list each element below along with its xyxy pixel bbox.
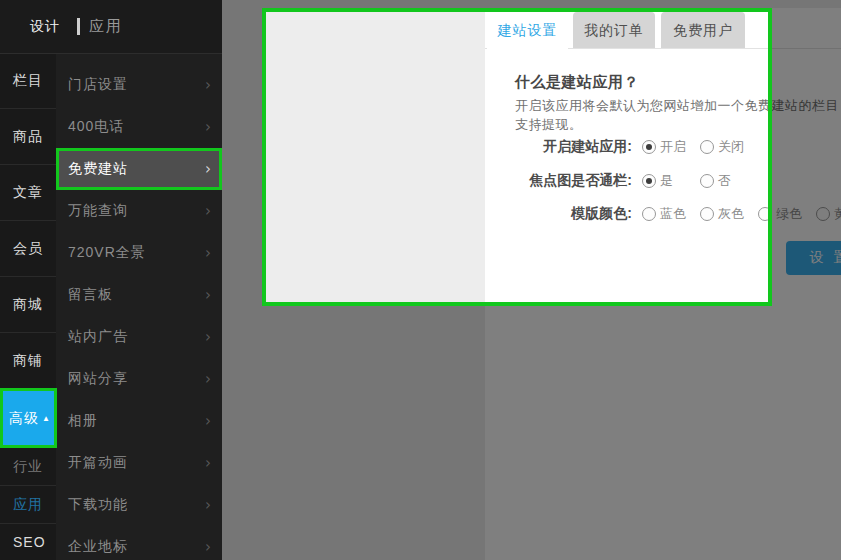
radio-option-否[interactable]: 否 <box>700 172 758 190</box>
sidebar-item-label: 会员 <box>13 240 43 258</box>
radio-option-label: 关闭 <box>718 138 744 156</box>
submenu-item-6[interactable]: 留言板› <box>56 274 222 316</box>
dim-overlay-left <box>222 8 263 306</box>
radio-selected-icon[interactable] <box>642 140 656 154</box>
chevron-right-icon: › <box>205 412 212 430</box>
sidebar-item-label: 行业 <box>13 458 43 476</box>
radio-option-关闭[interactable]: 关闭 <box>700 138 758 156</box>
sidebar-item-7[interactable]: 高级▲ <box>0 389 56 448</box>
sidebar-item-label: 商品 <box>13 128 43 146</box>
sidebar-item-label: SEO <box>13 534 46 550</box>
submenu-item-8[interactable]: 网站分享› <box>56 358 222 400</box>
sidebar-item-2[interactable]: 商品 <box>0 109 56 165</box>
radio-option-label: 是 <box>660 172 673 190</box>
section-bar-decoration <box>77 18 80 35</box>
tab-3[interactable]: 免费用户 <box>661 12 745 48</box>
radio-icon[interactable] <box>642 207 656 221</box>
description-line-2: 支持提现。 <box>515 116 583 134</box>
dim-overlay-right <box>772 8 841 306</box>
radio-selected-icon[interactable] <box>642 174 656 188</box>
sidebar-item-4[interactable]: 会员 <box>0 221 56 277</box>
radio-option-蓝色[interactable]: 蓝色 <box>642 205 700 223</box>
submenu-item-label: 400电话 <box>68 118 124 136</box>
chevron-right-icon: › <box>205 496 212 514</box>
submenu-item-label: 站内广告 <box>68 328 128 346</box>
chevron-right-icon: › <box>205 76 212 94</box>
chevron-right-icon: › <box>205 244 212 262</box>
submenu-item-4[interactable]: 万能查询› <box>56 190 222 232</box>
submenu-item-7[interactable]: 站内广告› <box>56 316 222 358</box>
submenu-title: 应用 <box>89 17 123 36</box>
radio-option-label: 蓝色 <box>660 205 686 223</box>
radio-option-label: 否 <box>718 172 731 190</box>
submenu-item-12[interactable]: 企业地标› <box>56 526 222 560</box>
submenu-item-label: 相册 <box>68 412 98 430</box>
tab-2[interactable]: 我的订单 <box>573 12 655 48</box>
form-row-1: 开启建站应用:开启关闭 <box>485 139 758 155</box>
submenu-item-3[interactable]: 免费建站› <box>56 148 222 190</box>
form-label: 模版颜色: <box>485 205 632 223</box>
radio-icon[interactable] <box>700 140 714 154</box>
sidebar-item-label: 高级 <box>9 410 39 428</box>
radio-icon[interactable] <box>700 174 714 188</box>
submenu-item-label: 免费建站 <box>68 160 128 178</box>
radio-option-灰色[interactable]: 灰色 <box>700 205 758 223</box>
chevron-right-icon: › <box>205 286 212 304</box>
sidebar-item-label: 文章 <box>13 184 43 202</box>
radio-option-是[interactable]: 是 <box>642 172 700 190</box>
form-label: 开启建站应用: <box>485 138 632 156</box>
secondary-sidebar: 门店设置›400电话›免费建站›万能查询›720VR全景›留言板›站内广告›网站… <box>56 53 222 560</box>
chevron-right-icon: › <box>205 370 212 388</box>
page-title: 什么是建站应用？ <box>515 73 639 92</box>
sidebar-item-label: 应用 <box>13 496 43 514</box>
collapse-arrow-icon: ▲ <box>42 414 51 423</box>
radio-icon[interactable] <box>758 207 772 221</box>
sidebar-item-6[interactable]: 商铺 <box>0 333 56 389</box>
form-row-2: 焦点图是否通栏:是否 <box>485 173 758 189</box>
submenu-item-label: 开篇动画 <box>68 454 128 472</box>
submenu-item-1[interactable]: 门店设置› <box>56 64 222 106</box>
submenu-item-label: 门店设置 <box>68 76 128 94</box>
radio-option-label: 灰色 <box>718 205 744 223</box>
chevron-right-icon: › <box>205 328 212 346</box>
submenu-item-2[interactable]: 400电话› <box>56 106 222 148</box>
sidebar-item-design[interactable]: 设计 <box>0 18 60 36</box>
radio-option-开启[interactable]: 开启 <box>642 138 700 156</box>
form-label: 焦点图是否通栏: <box>485 172 632 190</box>
chevron-right-icon: › <box>205 118 212 136</box>
submenu-item-label: 下载功能 <box>68 496 128 514</box>
sidebar-item-3[interactable]: 文章 <box>0 165 56 221</box>
sidebar-header: 设计 应用 <box>0 0 222 54</box>
sidebar-item-1[interactable]: 栏目 <box>0 53 56 109</box>
chevron-right-icon: › <box>205 454 212 472</box>
submenu-item-10[interactable]: 开篇动画› <box>56 442 222 484</box>
submenu-item-5[interactable]: 720VR全景› <box>56 232 222 274</box>
radio-icon[interactable] <box>700 207 714 221</box>
radio-option-label: 开启 <box>660 138 686 156</box>
submenu-item-9[interactable]: 相册› <box>56 400 222 442</box>
primary-sidebar: 栏目商品文章会员商城商铺高级▲行业应用SEO <box>0 53 56 560</box>
sidebar-item-label: 商城 <box>13 296 43 314</box>
sidebar-item-5[interactable]: 商城 <box>0 277 56 333</box>
submenu-item-label: 企业地标 <box>68 538 128 556</box>
chevron-right-icon: › <box>205 202 212 220</box>
chevron-right-icon: › <box>205 160 212 178</box>
sidebar-item-8[interactable]: 行业 <box>0 448 56 486</box>
dim-overlay-top <box>222 0 841 8</box>
submenu-item-label: 留言板 <box>68 286 113 304</box>
sidebar-item-10[interactable]: SEO <box>0 524 56 560</box>
tab-1[interactable]: 建站设置 <box>487 12 568 50</box>
sidebar-item-9[interactable]: 应用 <box>0 486 56 524</box>
submenu-item-label: 网站分享 <box>68 370 128 388</box>
submenu-item-11[interactable]: 下载功能› <box>56 484 222 526</box>
dim-overlay-bottom <box>222 306 841 560</box>
sidebar-item-label: 栏目 <box>13 72 43 90</box>
submenu-item-label: 万能查询 <box>68 202 128 220</box>
submenu-item-label: 720VR全景 <box>68 244 146 262</box>
sidebar-item-label: 商铺 <box>13 352 43 370</box>
chevron-right-icon: › <box>205 538 212 556</box>
